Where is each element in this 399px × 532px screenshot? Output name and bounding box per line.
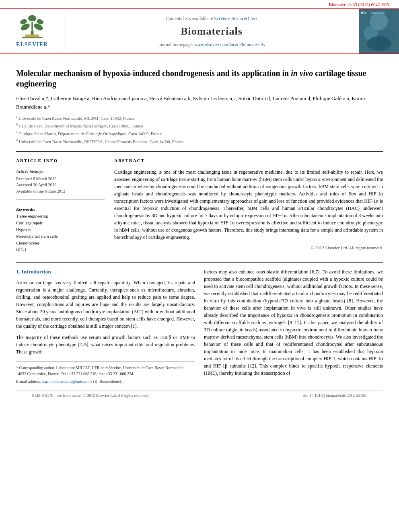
body-paragraph-3: factors may also enhance osteoblastic di…	[204, 268, 383, 377]
affiliation-a: a Université de Caen Basse Normandie, MI…	[16, 115, 383, 121]
page: Biomaterials 33 (2012) 6042–6051	[0, 0, 399, 409]
keywords-label: Keywords:	[16, 206, 105, 212]
body-left-column: 1. Introduction Articular cartilage has …	[16, 268, 195, 386]
contents-line: Contents lists available at SciVerse Sci…	[166, 15, 257, 22]
keyword-3: Hypoxia	[16, 227, 105, 233]
article-info-column: ARTICLE INFO Article history: Received 8…	[16, 158, 105, 254]
svg-rect-8	[25, 34, 39, 37]
body-paragraph-1: Articular cartilage has very limited sel…	[16, 279, 195, 330]
svg-text:materials: materials	[371, 11, 386, 15]
keyword-5: Chondrocytes	[16, 240, 105, 246]
svg-point-13	[367, 36, 391, 51]
article-title: Molecular mechanism of hypoxia-induced c…	[16, 68, 383, 89]
svg-text:Bio: Bio	[361, 11, 367, 15]
article-info-heading: ARTICLE INFO	[16, 158, 105, 165]
sciverse-link[interactable]: SciVerse ScienceDirect	[214, 16, 258, 21]
homepage-line: journal homepage: www.elsevier.com/locat…	[158, 41, 265, 48]
abstract-text: Cartilage engineering is one of the most…	[114, 168, 383, 241]
body-paragraph-2: The majority of these methods use serum …	[16, 334, 195, 355]
homepage-link[interactable]: www.elsevier.com/locate/biomaterials	[194, 42, 265, 47]
journal-title: Biomaterials	[181, 24, 243, 39]
divider-history-keywords	[16, 199, 105, 200]
divider-after-abstract	[16, 262, 383, 263]
footnote-area: * Corresponding author. Laboratoire MILP…	[16, 361, 195, 384]
abstract-column: ABSTRACT Cartilage engineering is one of…	[114, 158, 383, 254]
elsevier-tree-icon	[16, 15, 48, 39]
keywords-section: Keywords: Tissue engineering Cartilage r…	[16, 206, 105, 253]
svg-rect-1	[31, 22, 33, 32]
bottom-bar: 0142-9612/$ – see front matter © 2012 El…	[16, 390, 383, 401]
article-info-abstract-row: ARTICLE INFO Article history: Received 8…	[16, 158, 383, 254]
keyword-6: HIF-1	[16, 247, 105, 253]
journal-citation: Biomaterials 33 (2012) 6042–6051	[329, 2, 391, 7]
copyright: © 2012 Elsevier Ltd. All rights reserved…	[114, 245, 383, 251]
journal-citation-bar: Biomaterials 33 (2012) 6042–6051	[0, 0, 399, 8]
elsevier-logo: ELSEVIER	[16, 15, 48, 49]
corresponding-author-note: * Corresponding author. Laboratoire MILP…	[16, 365, 195, 377]
abstract-heading: ABSTRACT	[114, 158, 383, 165]
publisher-name: ELSEVIER	[16, 41, 48, 49]
section1-title: 1. Introduction	[16, 268, 195, 276]
svg-point-6	[28, 15, 36, 21]
journal-cover-image: Bio materials	[359, 9, 399, 53]
divider-after-affiliations	[16, 151, 383, 152]
article-history: Article history: Received 8 March 2012 A…	[16, 168, 105, 194]
cover-art-icon: Bio materials	[359, 9, 399, 53]
article-content: Molecular mechanism of hypoxia-induced c…	[0, 54, 399, 409]
issn-info: 0142-9612/$ – see front matter © 2012 El…	[32, 393, 148, 398]
affiliations: a Université de Caen Basse Normandie, MI…	[16, 115, 383, 145]
article-title-italic: in vivo	[291, 69, 313, 78]
publisher-logo-area: ELSEVIER	[0, 9, 64, 53]
doi-info: doi:10.1016/j.biomaterials.2012.04.061	[303, 393, 367, 398]
journal-title-area: Contents lists available at SciVerse Sci…	[64, 9, 359, 53]
email-note: E-mail address: karim.boumediene@unicaen…	[16, 378, 195, 384]
journal-header: ELSEVIER Contents lists available at Sci…	[0, 8, 399, 54]
affiliation-b: b CHU de Caen, Department of Maxillofaci…	[16, 122, 383, 129]
keyword-1: Tissue engineering	[16, 214, 105, 220]
keyword-2: Cartilage repair	[16, 220, 105, 226]
available-date: Available online 6 June 2012	[16, 189, 105, 195]
affiliation-d: d Université de Caen Basse Normandie, BI…	[16, 138, 383, 145]
received-date: Received 8 March 2012	[16, 176, 105, 182]
author-email-link[interactable]: karim.boumediene@unicaen.fr	[42, 379, 92, 384]
history-label: Article history:	[16, 168, 105, 175]
affiliation-c: c Clinique Saint-Martin, Département de …	[16, 130, 383, 137]
authors: Elise Duval a,*, Catherine Baugé a, Rina…	[16, 94, 383, 111]
journal-cover-area: Bio materials	[359, 9, 399, 53]
body-section: 1. Introduction Articular cartilage has …	[16, 268, 383, 386]
accepted-date: Accepted 30 April 2012	[16, 182, 105, 188]
body-right-column: factors may also enhance osteoblastic di…	[204, 268, 383, 386]
keyword-4: Mesenchymal stem cells	[16, 234, 105, 240]
